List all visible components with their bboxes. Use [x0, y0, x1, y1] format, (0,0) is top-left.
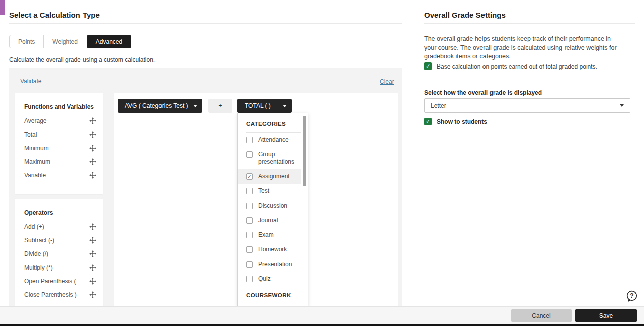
move-icon[interactable] — [89, 145, 96, 152]
move-icon[interactable] — [89, 223, 96, 230]
function-item-minimum[interactable]: Minimum — [24, 144, 96, 152]
operator-item-add[interactable]: Add (+) — [24, 223, 96, 231]
function-item-average[interactable]: Average — [24, 117, 96, 125]
page-title: Select a Calculation Type — [9, 11, 100, 19]
total-function-chip[interactable]: TOTAL ( ) — [237, 99, 292, 113]
checkbox-unchecked[interactable]: ✓ — [246, 261, 253, 268]
menu-section-categories: CATEGORIES — [238, 113, 308, 132]
operator-item-open-paren[interactable]: Open Parenthesis ( — [24, 277, 96, 285]
category-option-test[interactable]: ✓ Test — [238, 184, 301, 199]
move-icon[interactable] — [89, 291, 96, 298]
divider — [424, 80, 635, 80]
move-icon[interactable] — [89, 117, 96, 124]
category-option-journal[interactable]: ✓ Journal — [238, 213, 301, 228]
category-option-group-presentations[interactable]: ✓ Group presentations — [238, 147, 301, 169]
operator-item-divide[interactable]: Divide (/) — [24, 250, 96, 258]
avg-function-chip[interactable]: AVG ( Categories Test ) — [118, 99, 202, 113]
tab-points[interactable]: Points — [9, 35, 44, 48]
category-option-exam[interactable]: ✓ Exam — [238, 228, 301, 242]
operators-panel: Operators Add (+) Subtract (-) Divide (/… — [15, 199, 103, 306]
category-option-assignment[interactable]: ✓ Assignment — [238, 169, 301, 184]
panel-divider — [414, 0, 414, 306]
accent-bar — [0, 0, 5, 15]
checkbox-unchecked[interactable]: ✓ — [246, 217, 253, 224]
calculation-type-tabs: Points Weighted Advanced — [9, 35, 131, 48]
calculation-canvas: Validate Clear Functions and Variables A… — [9, 68, 403, 306]
category-option-presentation[interactable]: ✓ Presentation — [238, 257, 301, 272]
selected-value: Letter — [431, 102, 446, 109]
clear-link[interactable]: Clear — [380, 78, 394, 85]
move-icon[interactable] — [89, 278, 96, 285]
function-item-total[interactable]: Total — [24, 131, 96, 139]
window-edge — [0, 324, 644, 326]
move-icon[interactable] — [89, 250, 96, 257]
checkbox-unchecked[interactable]: ✓ — [246, 137, 253, 143]
operator-item-close-paren[interactable]: Close Parenthesis ) — [24, 291, 96, 299]
operators-panel-title: Operators — [24, 209, 96, 216]
move-icon[interactable] — [89, 237, 96, 244]
checkbox-checked[interactable]: ✓ — [424, 118, 432, 125]
grade-display-select[interactable]: Letter — [424, 98, 630, 113]
checkbox-unchecked[interactable]: ✓ — [246, 232, 253, 238]
checkbox-checked[interactable]: ✓ — [246, 173, 253, 180]
cancel-button[interactable]: Cancel — [511, 309, 572, 322]
svg-text:?: ? — [630, 292, 633, 299]
functions-panel-title: Functions and Variables — [24, 103, 96, 110]
category-option-quiz[interactable]: ✓ Quiz — [238, 272, 301, 286]
gradebook-calculation-dialog: Select a Calculation Type Points Weighte… — [0, 0, 644, 326]
operator-item-multiply[interactable]: Multiply (*) — [24, 264, 96, 272]
divider — [424, 23, 635, 24]
chevron-down-icon — [620, 104, 624, 107]
checkbox-unchecked[interactable]: ✓ — [246, 276, 253, 282]
menu-section-coursework: COURSEWORK — [238, 286, 308, 303]
checkbox-unchecked[interactable]: ✓ — [246, 188, 253, 194]
move-icon[interactable] — [89, 158, 96, 165]
show-to-students-row: ✓ Show to students — [424, 118, 487, 125]
scrollbar-thumb[interactable] — [303, 116, 306, 186]
display-mode-label: Select how the overall grade is displaye… — [424, 89, 542, 96]
category-dropdown-menu: CATEGORIES ✓ Attendance ✓ Group presenta… — [237, 113, 308, 306]
checkbox-unchecked[interactable]: ✓ — [246, 203, 253, 209]
checkbox-checked[interactable]: ✓ — [424, 62, 432, 70]
tab-advanced[interactable]: Advanced — [87, 35, 131, 48]
function-item-maximum[interactable]: Maximum — [24, 158, 96, 166]
move-icon[interactable] — [89, 264, 96, 271]
divider — [9, 23, 403, 24]
function-item-variable[interactable]: Variable — [24, 171, 96, 179]
checkbox-unchecked[interactable]: ✓ — [246, 246, 253, 253]
show-to-students-label: Show to students — [437, 118, 487, 125]
chevron-down-icon — [283, 105, 287, 107]
category-option-attendance[interactable]: ✓ Attendance — [238, 133, 301, 147]
base-calculation-label: Base calculation on points earned out of… — [437, 63, 597, 70]
panel-edge — [643, 0, 643, 324]
move-icon[interactable] — [89, 131, 96, 138]
operator-item-subtract[interactable]: Subtract (-) — [24, 236, 96, 244]
help-icon[interactable]: ? — [625, 290, 638, 303]
overall-grade-description: The overall grade helps students keep tr… — [424, 35, 624, 61]
base-calculation-row: ✓ Base calculation on points earned out … — [424, 62, 597, 70]
save-button[interactable]: Save — [575, 309, 637, 322]
overall-grade-settings-title: Overall Grade Settings — [424, 11, 506, 19]
checkbox-unchecked[interactable]: ✓ — [246, 151, 253, 158]
category-option-discussion[interactable]: ✓ Discussion — [238, 199, 301, 213]
move-icon[interactable] — [89, 172, 96, 179]
plus-operator-chip[interactable]: + — [208, 99, 232, 113]
chevron-down-icon — [193, 105, 197, 107]
functions-panel: Functions and Variables Average Total Mi… — [15, 93, 103, 194]
tab-weighted[interactable]: Weighted — [43, 35, 87, 48]
category-option-homework[interactable]: ✓ Homework — [238, 242, 301, 257]
calculation-description: Calculate the overall grade using a cust… — [9, 56, 155, 63]
validate-link[interactable]: Validate — [20, 78, 41, 85]
